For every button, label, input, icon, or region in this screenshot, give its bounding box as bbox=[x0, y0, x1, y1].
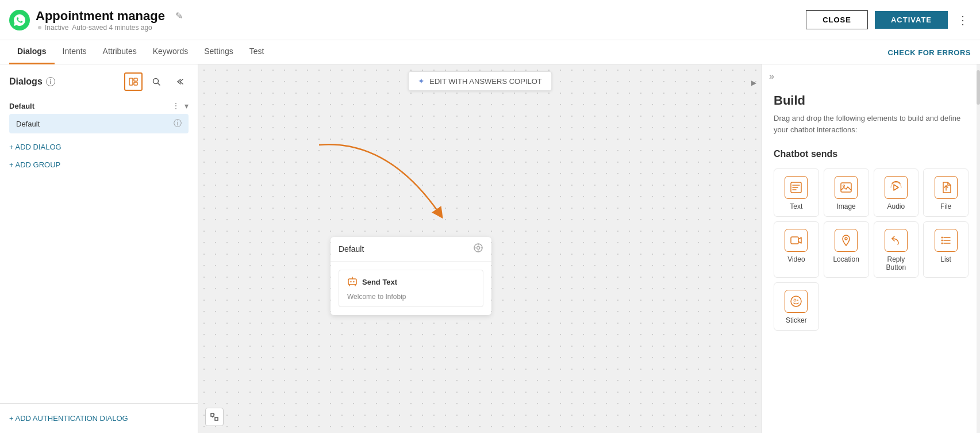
canvas-right-collapse[interactable]: ▶ bbox=[748, 71, 759, 94]
autosave-label: Auto-saved 4 minutes ago bbox=[72, 24, 152, 32]
send-text-block: Send Text Welcome to Infobip bbox=[339, 270, 483, 307]
text-label: Text bbox=[790, 202, 802, 210]
dialog-item-info-icon[interactable]: ⓘ bbox=[174, 118, 182, 129]
list-label: List bbox=[940, 255, 951, 263]
audio-element-icon bbox=[885, 176, 908, 199]
header-center: Appointment manage ✎ Inactive Auto-saved… bbox=[36, 9, 806, 32]
image-element-icon bbox=[835, 176, 858, 199]
svg-point-33 bbox=[845, 237, 847, 240]
activate-button[interactable]: ACTIVATE bbox=[875, 11, 948, 29]
scrollbar-thumb[interactable] bbox=[977, 70, 980, 105]
sidebar-icon-group bbox=[124, 72, 189, 91]
copilot-label: EDIT WITH ANSWERS COPILOT bbox=[429, 77, 542, 86]
element-list[interactable]: List bbox=[923, 221, 969, 278]
sticker-label: Sticker bbox=[786, 316, 807, 324]
app-title: Appointment manage bbox=[36, 9, 165, 24]
element-location[interactable]: Location bbox=[824, 221, 869, 278]
add-group-section: + ADD GROUP bbox=[0, 157, 198, 173]
svg-rect-19 bbox=[215, 417, 218, 420]
add-auth-dialog-button[interactable]: + ADD AUTHENTICATION DIALOG bbox=[9, 411, 128, 426]
elements-grid: Text Image bbox=[774, 168, 969, 278]
tab-keywords[interactable]: Keywords bbox=[145, 40, 196, 64]
tab-intents[interactable]: Intents bbox=[55, 40, 95, 64]
search-icon[interactable] bbox=[147, 72, 166, 91]
whatsapp-logo bbox=[9, 10, 30, 30]
add-dialog-button[interactable]: + ADD DIALOG bbox=[9, 139, 62, 155]
canvas-node-title: Default bbox=[339, 244, 364, 254]
video-label: Video bbox=[787, 255, 805, 263]
canvas[interactable]: ✦ EDIT WITH ANSWERS COPILOT Default bbox=[198, 64, 762, 433]
element-video[interactable]: Video bbox=[774, 221, 819, 278]
right-panel-content: » Build Drag and drop the following elem… bbox=[762, 64, 980, 347]
check-errors-button[interactable]: CHECK FOR ERRORS bbox=[887, 48, 971, 56]
right-panel: » Build Drag and drop the following elem… bbox=[762, 64, 980, 433]
send-text-content: Welcome to Infobip bbox=[347, 293, 475, 301]
canvas-node-body: Send Text Welcome to Infobip bbox=[330, 262, 491, 315]
right-panel-collapse-icon[interactable]: » bbox=[769, 71, 774, 82]
file-element-icon bbox=[935, 176, 958, 199]
svg-line-5 bbox=[158, 83, 160, 86]
tab-attributes[interactable]: Attributes bbox=[95, 40, 145, 64]
svg-point-41 bbox=[797, 300, 798, 301]
svg-point-7 bbox=[477, 247, 480, 250]
dialog-group-default: Default ⋮ ▾ Default ⓘ bbox=[0, 95, 198, 137]
svg-rect-2 bbox=[134, 78, 137, 81]
sidebar-header: Dialogs i bbox=[0, 64, 198, 95]
build-description: Drag and drop the following elements to … bbox=[774, 113, 969, 135]
sidebar-title: Dialogs i bbox=[9, 76, 55, 87]
dialog-group-actions: ⋮ ▾ bbox=[172, 101, 189, 110]
element-reply-button[interactable]: Reply Button bbox=[874, 221, 919, 278]
reply-button-element-icon bbox=[885, 229, 908, 252]
canvas-node-header: Default bbox=[330, 237, 491, 262]
edit-title-icon[interactable]: ✎ bbox=[175, 10, 183, 21]
add-group-button[interactable]: + ADD GROUP bbox=[9, 157, 60, 173]
dialogs-view-icon[interactable] bbox=[124, 72, 143, 91]
send-text-bot-icon bbox=[347, 276, 358, 288]
tab-settings[interactable]: Settings bbox=[196, 40, 241, 64]
svg-rect-1 bbox=[129, 78, 133, 85]
dialog-item-default[interactable]: Default ⓘ bbox=[9, 114, 189, 133]
sidebar: Dialogs i bbox=[0, 64, 198, 433]
build-title: Build bbox=[774, 93, 969, 108]
canvas-copilot-toolbar[interactable]: ✦ EDIT WITH ANSWERS COPILOT bbox=[408, 71, 552, 91]
svg-rect-32 bbox=[791, 237, 798, 244]
element-image[interactable]: Image bbox=[824, 168, 869, 217]
element-text[interactable]: Text bbox=[774, 168, 819, 217]
group-expand-icon[interactable]: ▾ bbox=[185, 101, 189, 110]
status-label: Inactive bbox=[45, 24, 68, 32]
canvas-fit-button[interactable] bbox=[205, 408, 224, 426]
close-button[interactable]: CLOSE bbox=[806, 10, 868, 29]
svg-marker-28 bbox=[894, 185, 898, 190]
svg-rect-18 bbox=[211, 413, 214, 416]
location-label: Location bbox=[833, 255, 859, 263]
dialog-item-label: Default bbox=[16, 120, 40, 128]
list-element-icon bbox=[935, 229, 958, 252]
text-element-icon bbox=[785, 176, 808, 199]
tab-test[interactable]: Test bbox=[241, 40, 272, 64]
element-audio[interactable]: Audio bbox=[874, 168, 919, 217]
scrollbar-track bbox=[977, 64, 980, 433]
canvas-node-settings-icon[interactable] bbox=[473, 243, 483, 255]
tab-dialogs[interactable]: Dialogs bbox=[9, 40, 55, 64]
video-element-icon bbox=[785, 229, 808, 252]
svg-point-38 bbox=[941, 243, 943, 244]
element-sticker[interactable]: Sticker bbox=[774, 282, 819, 331]
svg-point-14 bbox=[353, 281, 354, 282]
collapse-sidebar-icon[interactable] bbox=[170, 72, 189, 91]
audio-label: Audio bbox=[887, 202, 905, 210]
more-options-icon[interactable]: ⋮ bbox=[955, 11, 971, 29]
file-label: File bbox=[940, 202, 951, 210]
copilot-icon: ✦ bbox=[418, 76, 425, 86]
reply-button-label: Reply Button bbox=[879, 255, 914, 271]
element-file[interactable]: File bbox=[923, 168, 969, 217]
dialogs-info-icon[interactable]: i bbox=[46, 77, 55, 86]
svg-rect-3 bbox=[134, 82, 137, 85]
group-name: Default bbox=[9, 102, 34, 110]
group-more-icon[interactable]: ⋮ bbox=[172, 101, 180, 110]
dialog-group-header: Default ⋮ ▾ bbox=[9, 98, 189, 114]
add-dialog-section: + ADD DIALOG bbox=[0, 137, 198, 157]
location-element-icon bbox=[835, 229, 858, 252]
svg-point-36 bbox=[941, 240, 943, 242]
svg-rect-26 bbox=[841, 183, 851, 192]
header-actions: CLOSE ACTIVATE ⋮ bbox=[806, 10, 971, 29]
